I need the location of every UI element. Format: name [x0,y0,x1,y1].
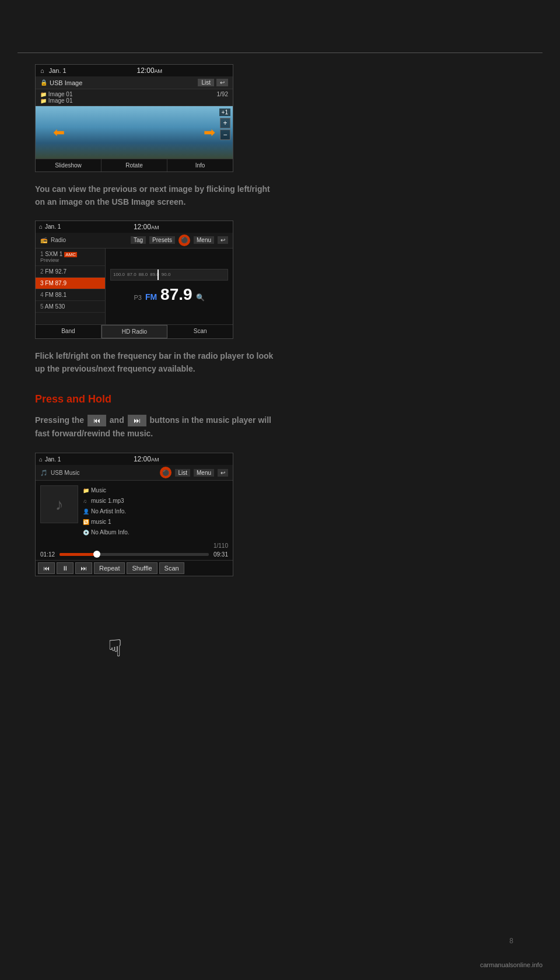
radio-screen: ⌂ Jan. 1 12:00AM 📻 Radio Tag Presets ⚫ M… [35,220,233,339]
file-item-1[interactable]: 📁 Image 01 [40,91,72,97]
rotate-btn[interactable]: Rotate [102,159,167,172]
usb-image-title: USB Image [50,79,195,86]
music-folder-row: 📁 Music [83,485,228,496]
usb-image-file-list: 📁 Image 01 📁 Image 01 1/92 [36,89,233,106]
radio-scan-btn[interactable]: Scan [167,325,233,338]
radio-time: 12:00AM [63,223,229,231]
usb-image-list-btn[interactable]: List [198,79,214,86]
radio-bottom-btns: Band HD Radio Scan [36,324,233,338]
radio-preset-1[interactable]: 1 SXM 1 AMC Preview [36,249,105,266]
footer-watermark: carmanualsonline.info [480,961,542,968]
info-btn[interactable]: Info [167,159,233,172]
zoom-out-btn[interactable]: − [220,130,230,140]
music-back-btn[interactable]: ↩ [218,469,228,477]
radio-band-btn[interactable]: Band [36,325,102,338]
music-controls: ⏮ ⏸ ⏭ Repeat Shuffle Scan [36,560,233,576]
music-progress-area: 01:12 09:31 [36,549,233,560]
music-artist-row: 👤 No Artist Info. [83,506,228,517]
main-content: ⌂ Jan. 1 12:00AM 🔒 USB Image List ↩ 📁 Im… [35,64,280,587]
usb-image-description: You can view the previous or next image … [35,183,280,209]
music-pause-btn[interactable]: ⏸ [57,562,74,574]
press-hold-section: Press and Hold Pressing the ⏮ and ⏭ butt… [35,393,280,442]
time-total: 09:31 [214,551,228,558]
radio-frequency-display: P3 FM 87.9 🔍 [134,285,204,304]
radio-preset-num: P3 [134,294,141,301]
radio-frequency-number: 87.9 [160,285,192,304]
usb-image-view: +1 + − ⬅ ➡ [36,106,233,159]
usb-music-screen: ⌂ Jan. 1 12:00AM 🎵 USB Music ⚫ List Menu… [35,453,233,576]
radio-preset-list: 1 SXM 1 AMC Preview 2 FM 92.7 3 FM 87.9 … [36,249,106,324]
music-home-icon[interactable]: ⌂ [39,456,43,463]
usb-image-bottom-btns: Slideshow Rotate Info [36,159,233,172]
music-track-count: 1/110 [36,542,233,549]
usb-image-header: 🔒 USB Image List ↩ [36,76,233,89]
radio-hd-btn[interactable]: HD Radio [102,325,168,338]
radio-back-btn[interactable]: ↩ [218,236,228,244]
usb-image-back-btn[interactable]: ↩ [216,79,228,86]
music-time: 12:00AM [63,455,229,463]
progress-handle[interactable] [93,551,100,558]
image-zoom-num: +1 [219,108,230,116]
zoom-controls: + − [220,118,230,140]
music-title: USB Music [51,470,79,476]
music-body: ♪ 📁 Music ♫ music 1.mp3 👤 No Artist Info… [36,481,233,542]
next-track-btn[interactable]: ⏭ [128,415,146,426]
top-divider [18,52,542,53]
radio-preset-2[interactable]: 2 FM 92.7 [36,266,105,278]
radio-tag-btn[interactable]: Tag [131,236,146,244]
home-icon[interactable]: ⌂ [40,67,44,74]
flick-description: Flick left/right on the frequency bar in… [35,349,280,376]
image-prev-arrow[interactable]: ⬅ [53,124,65,141]
progress-bar[interactable] [60,553,209,556]
hand-cursor-icon: ☟ [108,635,122,662]
progress-fill [60,553,97,556]
music-album-row: 💿 No Album Info. [83,527,228,538]
radio-preset-4[interactable]: 4 FM 88.1 [36,289,105,301]
file-item-2[interactable]: 📁 Image 01 [40,97,72,104]
radio-menu-btn[interactable]: Menu [194,236,214,244]
zoom-in-btn[interactable]: + [220,118,230,128]
music-titlebar: ⌂ Jan. 1 12:00AM [36,453,233,465]
usb-image-date: Jan. 1 [49,67,66,74]
music-circle-btn[interactable]: ⚫ [160,467,172,478]
music-subheader: 🎵 USB Music ⚫ List Menu ↩ [36,465,233,481]
press-hold-heading: Press and Hold [35,393,280,405]
press-hold-desc: Pressing the ⏮ and ⏭ buttons in the musi… [35,414,280,442]
image-next-arrow[interactable]: ➡ [204,124,215,141]
usb-image-screen: ⌂ Jan. 1 12:00AM 🔒 USB Image List ↩ 📁 Im… [35,64,233,172]
music-shuffle-btn[interactable]: Shuffle [127,562,157,574]
time-current: 01:12 [40,551,55,558]
usb-image-time: 12:00AM [71,66,228,75]
radio-body: 1 SXM 1 AMC Preview 2 FM 92.7 3 FM 87.9 … [36,249,233,324]
radio-circle-btn[interactable]: ⚫ [178,235,190,246]
radio-presets-btn[interactable]: Presets [149,236,175,244]
music-list-btn[interactable]: List [175,469,190,477]
radio-titlebar: ⌂ Jan. 1 12:00AM [36,221,233,233]
radio-preset-5[interactable]: 5 AM 530 [36,301,105,313]
radio-search-icon[interactable]: 🔍 [196,293,205,302]
radio-band: FM [145,292,157,302]
file-count: 1/92 [217,91,228,104]
radio-preset-3[interactable]: 3 FM 87.9 [36,278,105,289]
music-album-art: ♪ [40,485,78,523]
music-track-row: ♫ music 1.mp3 [83,496,228,506]
music-repeat-btn[interactable]: Repeat [94,562,125,574]
radio-title: Radio [51,237,66,243]
page-number: 8 [509,937,513,945]
frequency-bar[interactable]: 100.0 87.0 88.0 89.0 90.0 [110,269,228,281]
music-next-btn[interactable]: ⏭ [75,562,92,574]
music-folder2-row: 🔁 music 1 [83,517,228,527]
music-scan-btn[interactable]: Scan [159,562,184,574]
music-info: 📁 Music ♫ music 1.mp3 👤 No Artist Info. … [83,485,228,538]
prev-track-btn[interactable]: ⏮ [88,415,106,426]
music-prev-btn[interactable]: ⏮ [38,562,55,574]
radio-subheader: 📻 Radio Tag Presets ⚫ Menu ↩ [36,233,233,249]
slideshow-btn[interactable]: Slideshow [36,159,102,172]
music-menu-btn[interactable]: Menu [194,469,214,477]
radio-home-icon[interactable]: ⌂ [39,223,43,230]
usb-image-titlebar: ⌂ Jan. 1 12:00AM [36,65,233,76]
radio-main-display: 100.0 87.0 88.0 89.0 90.0 P3 FM 87.9 🔍 [106,249,233,324]
